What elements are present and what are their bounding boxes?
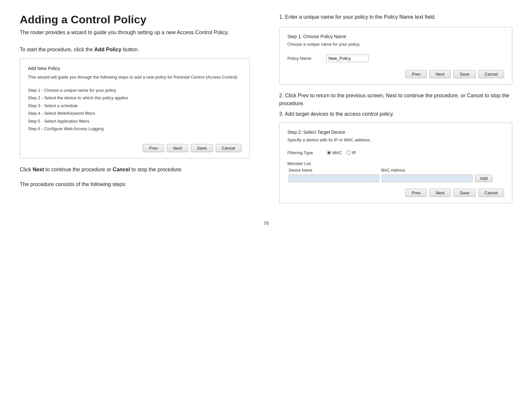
right-column: 1. Enter a unique name for your policy i… — [276, 13, 512, 210]
col-mac-address: MAC Address — [380, 167, 474, 174]
add-device-button[interactable]: Add — [475, 175, 493, 182]
list-item: Step 1 - Choose a unique name for your p… — [28, 87, 241, 94]
list-item: Step 3 - Select a schedule — [28, 103, 241, 109]
mac-address-input[interactable] — [382, 175, 472, 182]
step1-box: Step 1: Choose Policy Name Choose a uniq… — [279, 27, 512, 84]
step2-prev-button[interactable]: Prev — [405, 189, 427, 197]
right-instruction-1: 1. Enter a unique name for your policy i… — [279, 13, 512, 21]
ip-radio-item[interactable]: IP — [347, 150, 356, 155]
ip-radio-button[interactable] — [347, 151, 351, 155]
step1-save-button[interactable]: Save — [453, 70, 476, 78]
wizard-buttons: Prev Next Save Cancel — [28, 142, 241, 152]
step2-box: Step 2: Select Target Device Specify a d… — [279, 123, 512, 203]
member-input-row: Add — [287, 174, 504, 183]
right-instruction-3: 3. Add target devices to the access cont… — [279, 110, 512, 118]
add-new-policy-wizard-box: Add New Policy This wizard will guide yo… — [20, 58, 250, 158]
left-column: Adding a Control Policy The router provi… — [20, 13, 256, 191]
ip-radio-label: IP — [352, 150, 356, 155]
wizard-box-title: Add New Policy — [28, 66, 241, 71]
step1-title: Step 1: Choose Policy Name — [287, 34, 504, 39]
policy-name-input[interactable] — [326, 55, 369, 62]
page-title: Adding a Control Policy — [20, 13, 250, 26]
filtering-type-row: Filtering Type MAC IP — [287, 150, 504, 155]
wizard-steps-list: Step 1 - Choose a unique name for your p… — [28, 87, 241, 132]
step1-prev-button[interactable]: Prev — [405, 70, 427, 78]
step2-buttons: Prev Next Save Cancel — [287, 187, 504, 197]
col-device-name: Device Name — [287, 167, 380, 174]
mac-radio-label: MAC — [332, 150, 342, 155]
policy-name-row: Policy Name — [287, 55, 504, 62]
member-list-label: Member List — [287, 161, 504, 166]
mac-radio-item[interactable]: MAC — [327, 150, 342, 155]
step2-desc: Specify a device with its IP or MAC addr… — [287, 137, 504, 142]
filtering-radio-group: MAC IP — [327, 150, 356, 155]
follow-up-text: Click Next to continue the procedure or … — [20, 166, 250, 174]
device-name-input[interactable] — [289, 175, 379, 182]
wizard-next-button[interactable]: Next — [167, 144, 188, 152]
page-number: 78 — [20, 220, 512, 226]
wizard-box-desc: This wizard will guide you through the f… — [28, 74, 241, 81]
member-list-table: Device Name MAC Address — [287, 167, 504, 183]
filtering-type-label: Filtering Type — [287, 150, 324, 155]
wizard-cancel-button[interactable]: Cancel — [216, 144, 241, 152]
mac-radio-button[interactable] — [327, 151, 331, 155]
right-instruction-2: 2. Click Prev to return to the previous … — [279, 92, 512, 108]
member-input-cell — [289, 175, 472, 182]
step1-buttons: Prev Next Save Cancel — [287, 68, 504, 78]
list-item: Step 4 - Select Web/Keyword filters — [28, 110, 241, 117]
steps-list-label: The procedure consists of the following … — [20, 180, 250, 189]
member-list-section: Member List Device Name MAC Address — [287, 161, 504, 183]
step1-cancel-button[interactable]: Cancel — [478, 70, 504, 78]
policy-name-label: Policy Name — [287, 56, 320, 61]
step2-next-button[interactable]: Next — [429, 189, 451, 197]
intro-text: The router provides a wizard to guide yo… — [20, 29, 250, 36]
step1-desc: Choose a unique name for your policy. — [287, 42, 504, 47]
step2-title: Step 2: Select Target Device — [287, 130, 504, 135]
step1-next-button[interactable]: Next — [429, 70, 451, 78]
wizard-save-button[interactable]: Save — [191, 144, 213, 152]
list-item: Step 5 - Select Application filters — [28, 118, 241, 125]
step2-save-button[interactable]: Save — [453, 189, 476, 197]
add-policy-instruction: To start the procedure, click the Add Po… — [20, 46, 250, 54]
list-item: Step 2 - Select the device to which this… — [28, 95, 241, 101]
list-item: Step 6 - Configure Web Access Logging — [28, 126, 241, 132]
step2-cancel-button[interactable]: Cancel — [478, 189, 504, 197]
col-action — [474, 167, 504, 174]
wizard-prev-button[interactable]: Prev — [143, 144, 164, 152]
